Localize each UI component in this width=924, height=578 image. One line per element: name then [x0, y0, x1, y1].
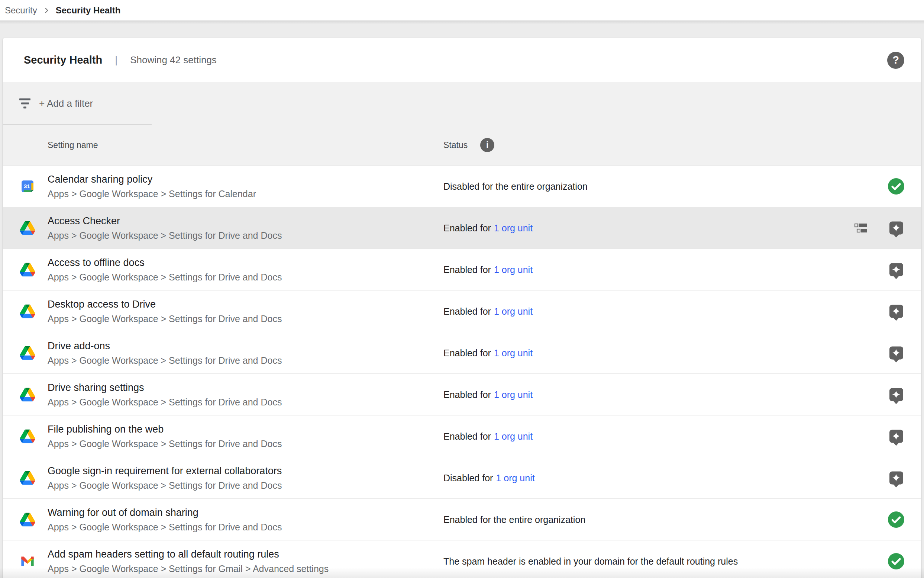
org-unit-link[interactable]: 1 org unit	[494, 431, 532, 441]
drive-icon	[19, 429, 36, 443]
card-header: Security Health | Showing 42 settings ?	[3, 38, 921, 82]
table-row[interactable]: 31 Calendar sharing policy Apps > Google…	[3, 166, 921, 207]
recommendation-icon[interactable]	[888, 430, 905, 443]
filter-icon	[18, 99, 32, 109]
page-title: Security Health	[24, 54, 102, 66]
sparkle-icon	[892, 265, 901, 274]
setting-name: Drive add-ons	[48, 340, 282, 351]
status-cell: Disabled for1 org unit	[443, 472, 535, 483]
status-text: The spam header is enabled in your domai…	[443, 556, 738, 566]
setting-name: Access Checker	[48, 215, 282, 227]
recommendation-badge	[890, 430, 903, 443]
org-unit-link[interactable]: 1 org unit	[496, 472, 534, 483]
drive-icon	[19, 346, 36, 360]
setting-name: Add spam headers setting to all default …	[48, 548, 328, 560]
status-cell: Enabled for1 org unit	[443, 389, 532, 400]
drive-icon	[19, 471, 36, 485]
table-row[interactable]: Drive sharing settings Apps > Google Wor…	[3, 374, 921, 416]
org-unit-link[interactable]: 1 org unit	[494, 222, 532, 233]
settings-count: Showing 42 settings	[130, 54, 217, 66]
table-row[interactable]: Access to offline docs Apps > Google Wor…	[3, 249, 921, 291]
table-row[interactable]: Drive add-ons Apps > Google Workspace > …	[3, 332, 921, 374]
status-cell: Enabled for1 org unit	[443, 222, 532, 233]
setting-path: Apps > Google Workspace > Settings for D…	[48, 313, 282, 324]
drive-icon	[19, 263, 36, 276]
recommendation-icon[interactable]	[888, 221, 905, 234]
info-icon[interactable]: i	[480, 138, 494, 152]
sparkle-icon	[892, 474, 901, 482]
setting-path: Apps > Google Workspace > Settings for D…	[48, 396, 282, 407]
recommendation-icon[interactable]	[888, 471, 905, 484]
setting-name: Warning for out of domain sharing	[48, 507, 282, 518]
status-text: Enabled for	[443, 347, 491, 358]
sparkle-icon	[892, 432, 901, 441]
column-status-label: Status	[443, 140, 468, 150]
status-cell: Disabled for the entire organization	[443, 181, 587, 192]
setting-text: Warning for out of domain sharing Apps >…	[48, 507, 282, 532]
recommendation-icon[interactable]	[888, 305, 905, 318]
setting-name: Desktop access to Drive	[48, 298, 282, 310]
title-divider: |	[115, 54, 117, 66]
table-row[interactable]: Desktop access to Drive Apps > Google Wo…	[3, 291, 921, 332]
setting-text: Calendar sharing policy Apps > Google Wo…	[48, 173, 256, 199]
setting-name: Google sign-in requirement for external …	[48, 465, 282, 476]
org-unit-link[interactable]: 1 org unit	[494, 347, 532, 358]
recommendation-badge	[890, 471, 903, 484]
recommendation-badge	[890, 305, 903, 318]
org-unit-link[interactable]: 1 org unit	[494, 306, 532, 316]
table-header: Setting name Status i	[3, 125, 921, 166]
status-cell: Enabled for1 org unit	[443, 347, 532, 358]
org-unit-link[interactable]: 1 org unit	[494, 389, 532, 399]
setting-name: Access to offline docs	[48, 257, 282, 268]
setting-text: Access Checker Apps > Google Workspace >…	[48, 215, 282, 241]
recommendation-badge	[890, 346, 903, 359]
setting-path: Apps > Google Workspace > Settings for D…	[48, 438, 282, 449]
setting-path: Apps > Google Workspace > Settings for C…	[48, 188, 256, 199]
status-text: Enabled for	[443, 389, 491, 399]
question-mark-icon: ?	[892, 54, 899, 66]
setting-path: Apps > Google Workspace > Settings for G…	[48, 563, 328, 574]
recommendation-badge	[890, 388, 903, 401]
setting-name: Drive sharing settings	[48, 382, 282, 393]
setting-text: Access to offline docs Apps > Google Wor…	[48, 257, 282, 282]
recommendation-icon[interactable]	[888, 346, 905, 359]
table-row[interactable]: Access Checker Apps > Google Workspace >…	[3, 207, 921, 249]
table-row[interactable]: Add spam headers setting to all default …	[3, 541, 921, 578]
recommendation-badge	[890, 221, 903, 234]
status-text: Enabled for the entire organization	[443, 514, 586, 524]
gmail-icon	[19, 555, 36, 567]
setting-text: Add spam headers setting to all default …	[48, 548, 328, 574]
org-unit-link[interactable]: 1 org unit	[494, 264, 532, 274]
breadcrumb-current-page: Security Health	[56, 5, 121, 16]
status-ok-icon	[888, 511, 905, 528]
security-health-card: Security Health | Showing 42 settings ? …	[3, 38, 921, 578]
filter-bar: + Add a filter	[3, 82, 921, 125]
column-status: Status i	[443, 125, 494, 165]
status-ok-icon	[888, 178, 905, 195]
sparkle-icon	[892, 307, 901, 316]
status-text: Enabled for	[443, 222, 491, 233]
status-text: Enabled for	[443, 264, 491, 274]
org-units-icon[interactable]	[854, 223, 867, 232]
chevron-right-icon	[42, 6, 51, 15]
sparkle-icon	[892, 349, 901, 357]
settings-table-body: 31 Calendar sharing policy Apps > Google…	[3, 166, 921, 578]
add-filter-button[interactable]: + Add a filter	[39, 98, 93, 109]
table-row[interactable]: Warning for out of domain sharing Apps >…	[3, 499, 921, 541]
table-row[interactable]: File publishing on the web Apps > Google…	[3, 416, 921, 457]
svg-text:31: 31	[24, 183, 30, 189]
setting-path: Apps > Google Workspace > Settings for D…	[48, 521, 282, 532]
status-cell: The spam header is enabled in your domai…	[443, 556, 738, 567]
recommendation-icon[interactable]	[888, 263, 905, 276]
status-ok-icon	[888, 553, 905, 570]
breadcrumb-security-link[interactable]: Security	[5, 5, 37, 16]
breadcrumb: Security Security Health	[0, 0, 924, 21]
setting-name: Calendar sharing policy	[48, 173, 256, 185]
setting-path: Apps > Google Workspace > Settings for D…	[48, 355, 282, 365]
status-text: Disabled for	[443, 472, 493, 483]
status-cell: Enabled for the entire organization	[443, 514, 586, 525]
help-button[interactable]: ?	[887, 52, 904, 69]
status-cell: Enabled for1 org unit	[443, 431, 532, 442]
recommendation-icon[interactable]	[888, 388, 905, 401]
table-row[interactable]: Google sign-in requirement for external …	[3, 457, 921, 499]
